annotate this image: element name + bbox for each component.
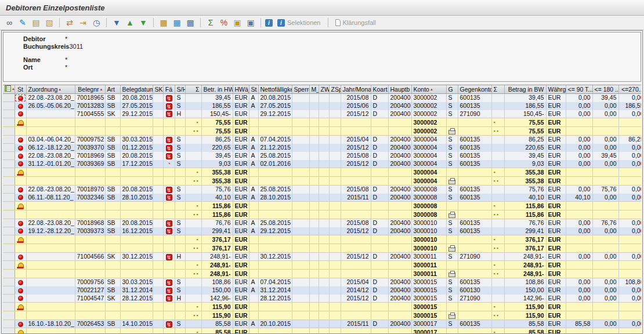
- cell-sh[interactable]: S: [175, 227, 185, 235]
- cell-t270[interactable]: 0,00: [618, 110, 641, 118]
- cell-sum1[interactable]: [185, 295, 201, 303]
- cell-betr[interactable]: 220,65: [201, 144, 233, 152]
- cell-belegdatum[interactable]: 28.12.2015: [120, 295, 153, 303]
- cell-belegnr[interactable]: [75, 270, 105, 278]
- cell-koart[interactable]: D: [371, 110, 388, 118]
- cell-zw[interactable]: [319, 186, 329, 194]
- cell-sum2[interactable]: [491, 286, 504, 295]
- cell-sperre[interactable]: [292, 202, 309, 210]
- cell-sum1[interactable]: ▪: [185, 118, 201, 127]
- cell-zsp[interactable]: [329, 253, 341, 261]
- change-layout-icon[interactable]: ▦: [171, 17, 183, 28]
- overdue-icon[interactable]: ↯: [166, 194, 172, 201]
- cell-wg[interactable]: EUR: [546, 144, 566, 152]
- cell-g[interactable]: [446, 210, 458, 219]
- cell-sel[interactable]: [3, 253, 15, 261]
- cell-sum1[interactable]: [185, 110, 201, 118]
- cell-zsp[interactable]: [329, 152, 341, 160]
- cell-t90[interactable]: [566, 328, 592, 334]
- cell-jm[interactable]: 2015/08: [341, 152, 371, 160]
- cell-sperre[interactable]: [292, 295, 309, 303]
- cell-sum2[interactable]: [491, 144, 504, 152]
- cell-st2[interactable]: [249, 202, 258, 210]
- cell-st2[interactable]: [249, 118, 258, 127]
- cell-m[interactable]: [309, 127, 319, 136]
- cell-zuordnung[interactable]: [26, 303, 75, 311]
- cell-belegdatum[interactable]: 16.12.2015: [120, 227, 153, 235]
- cell-belegnr[interactable]: 70026453: [75, 320, 105, 328]
- cell-jm[interactable]: [341, 303, 371, 311]
- cell-zsp[interactable]: [329, 210, 341, 219]
- cell-sperre[interactable]: [292, 328, 309, 334]
- col-header-jm[interactable]: Jahr/Monat: [341, 85, 371, 94]
- cell-sk[interactable]: [153, 303, 163, 311]
- cell-betr[interactable]: 115,86: [201, 210, 233, 219]
- cell-st2[interactable]: A: [249, 320, 258, 328]
- cell-belegdatum[interactable]: 30.03.2015: [120, 136, 153, 144]
- cell-hauptb[interactable]: 200400: [388, 320, 411, 328]
- cell-fae[interactable]: [163, 328, 175, 334]
- cell-t270[interactable]: 0,00: [618, 227, 641, 235]
- cell-zw[interactable]: [319, 168, 329, 177]
- cell-st[interactable]: [15, 261, 26, 270]
- cell-m[interactable]: [309, 253, 319, 261]
- cell-art[interactable]: [105, 177, 120, 186]
- cell-zsp[interactable]: [329, 286, 341, 295]
- cell-g[interactable]: S: [446, 295, 458, 303]
- cell-belegnr[interactable]: [75, 311, 105, 320]
- cell-g[interactable]: [446, 303, 458, 311]
- cell-betr[interactable]: 150,00: [201, 286, 233, 295]
- cell-t90[interactable]: 40,10: [566, 194, 592, 202]
- cell-wg[interactable]: EUR: [546, 168, 566, 177]
- cell-bw[interactable]: 376,17: [504, 244, 546, 253]
- cell-zuordnung[interactable]: [26, 127, 75, 136]
- cell-g[interactable]: [446, 261, 458, 270]
- cell-st2[interactable]: A: [249, 94, 258, 102]
- cell-zuordnung[interactable]: 06.12.-18.12.20_: [26, 144, 75, 152]
- cell-st2[interactable]: [249, 177, 258, 186]
- dunning-bell-icon[interactable]: [17, 263, 24, 268]
- cell-sperre[interactable]: [292, 194, 309, 202]
- cell-sh[interactable]: [175, 118, 185, 127]
- open-item-status-icon[interactable]: [18, 187, 23, 193]
- cell-t180[interactable]: 0,00: [592, 144, 618, 152]
- cell-sum1[interactable]: [185, 320, 201, 328]
- cell-st[interactable]: [15, 160, 26, 168]
- cell-gkto[interactable]: 600135: [458, 194, 491, 202]
- cell-sel[interactable]: [3, 127, 15, 136]
- cell-t270[interactable]: 0,00: [618, 152, 641, 160]
- cell-hw[interactable]: EUR: [233, 152, 249, 160]
- cell-sel[interactable]: [3, 219, 15, 227]
- cell-bw[interactable]: 75,55: [504, 118, 546, 127]
- cell-g[interactable]: S: [446, 320, 458, 328]
- cell-sum2[interactable]: ▪▪: [491, 270, 504, 278]
- cell-st[interactable]: [15, 320, 26, 328]
- cell-belegnr[interactable]: [75, 202, 105, 210]
- cell-netto[interactable]: 25.08.2015: [258, 186, 292, 194]
- cell-st2[interactable]: [249, 261, 258, 270]
- cell-sh[interactable]: S: [175, 278, 185, 286]
- cell-sum2[interactable]: [491, 320, 504, 328]
- cell-g[interactable]: [446, 127, 458, 136]
- cell-sh[interactable]: [175, 168, 185, 177]
- cell-st2[interactable]: [249, 311, 258, 320]
- cell-hw[interactable]: EUR: [233, 202, 249, 210]
- filter-value[interactable]: *: [65, 64, 67, 71]
- cell-t180[interactable]: 0,00: [592, 253, 618, 261]
- cell-konto[interactable]: 3000004: [411, 160, 446, 168]
- cell-sh[interactable]: S: [175, 152, 185, 160]
- cell-wg[interactable]: EUR: [546, 177, 566, 186]
- cell-g[interactable]: [446, 244, 458, 253]
- cell-hw[interactable]: EUR: [233, 311, 249, 320]
- cell-art[interactable]: [105, 210, 120, 219]
- cell-belegnr[interactable]: 70039369: [75, 160, 105, 168]
- cell-belegdatum[interactable]: 29.12.2015: [120, 110, 153, 118]
- cell-sel[interactable]: [3, 202, 15, 210]
- col-header-t270[interactable]: <=270...: [618, 85, 641, 94]
- cell-konto[interactable]: 3000002: [411, 102, 446, 110]
- cell-bw[interactable]: 39,45: [504, 94, 546, 102]
- cell-belegnr[interactable]: [75, 210, 105, 219]
- cell-m[interactable]: [309, 118, 319, 127]
- cell-fae[interactable]: ↯: [163, 286, 175, 295]
- cell-t90[interactable]: 0,00: [566, 160, 592, 168]
